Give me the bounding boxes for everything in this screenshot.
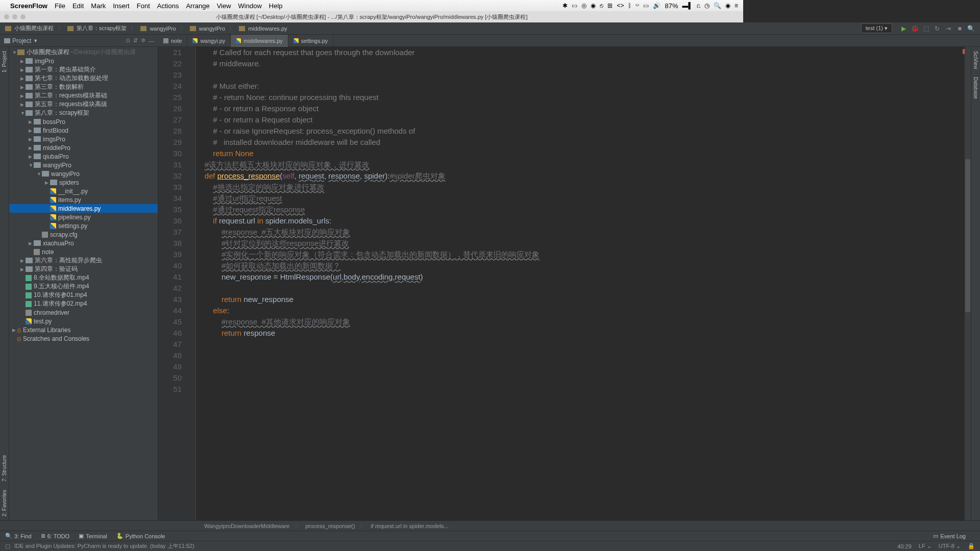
code-icon[interactable]: <> [617,2,624,9]
tree-item[interactable]: ▶firstBlood [9,126,158,135]
code-line[interactable]: #response #其他请求对应的响应对象 [196,316,743,328]
breadcrumb-item[interactable]: wangyiPro [199,26,225,32]
locate-icon[interactable]: ⊙ [126,37,130,44]
hide-icon[interactable]: — [149,38,154,44]
status-icon[interactable]: ◎ [581,2,586,9]
breadcrumb[interactable]: 小猿圈爬虫课程〉第八章：scrapy框架〉wangyiPro〉wangyiPro… [5,24,287,32]
expand-arrow-icon[interactable]: ▶ [20,85,26,90]
tree-item[interactable]: ▶第四章：验证码 [9,265,158,273]
active-app-name[interactable]: ScreenFlow [10,2,47,10]
code-line[interactable]: return new_response [196,294,743,305]
code-line[interactable]: else: [196,305,743,316]
code-body[interactable]: # Called for each request that goes thro… [196,47,743,416]
editor-tab[interactable]: note [158,35,187,47]
tree-item[interactable]: ▶第六章：高性能异步爬虫 [9,256,158,265]
code-line[interactable]: # Called for each request that goes thro… [196,47,743,58]
expand-arrow-icon[interactable]: ▶ [29,145,34,151]
traffic-lights[interactable] [4,14,26,19]
status-icon[interactable]: ✱ [562,2,568,9]
code-line[interactable]: return response [196,328,743,339]
code-line[interactable]: #该方法拦截五大板块对应的响应对象，进行篡改 [196,159,743,170]
tree-item[interactable]: 9.五大核心组件.mp4 [9,282,158,291]
sidebar-tab-project[interactable]: 1: Project [2,47,7,77]
code-line[interactable]: #挑选出指定的响应对象进行篡改 [196,182,743,193]
tree-item[interactable]: ▶第三章：数据解析 [9,83,158,91]
tree-item[interactable]: items.py [9,195,158,204]
code-line[interactable]: #实例化一个新的响应对象（符合需求：包含动态加载出的新闻数据），替代原来旧的响应… [196,249,743,260]
volume-icon[interactable]: 🔊 [653,2,660,9]
tree-item[interactable]: ▶xiaohuaPro [9,239,158,247]
tree-item[interactable]: 8.全站数据爬取.mp4 [9,273,158,282]
code-line[interactable]: #针对定位到的这些response进行篡改 [196,238,743,249]
code-line[interactable]: # - or return a Response object [196,103,743,114]
gear-icon[interactable]: ✲ [141,37,145,44]
editor-tab[interactable]: wangyi.py [187,35,231,47]
breadcrumb-item[interactable]: 小猿圈爬虫课程 [14,24,54,32]
wifi-icon[interactable]: ⌔ [635,2,639,9]
tree-item[interactable]: middlewares.py [9,204,158,213]
expand-arrow-icon[interactable]: ▶ [20,76,26,81]
tree-item[interactable]: test.py [9,317,158,325]
expand-arrow-icon[interactable]: ▶ [20,93,26,98]
expand-arrow-icon[interactable]: ▶ [20,267,26,272]
tree-item[interactable]: ▼wangyiPro [9,169,158,178]
code-line[interactable]: # installed downloader middleware will b… [196,137,743,148]
tree-item[interactable]: pipelines.py [9,213,158,221]
tree-item[interactable]: ▶qiubaiPro [9,152,158,161]
code-editor[interactable]: 2122232425262728293031323334353637383940… [158,47,743,416]
expand-arrow-icon[interactable]: ▶ [20,67,26,72]
status-icon[interactable]: ◉ [591,2,596,9]
battery-percent[interactable]: 87% [665,2,678,10]
expand-arrow-icon[interactable]: ▶ [29,137,34,142]
expand-arrow-icon[interactable]: ▶ [29,154,34,159]
tree-item[interactable]: ▶imgPro [9,57,158,65]
status-icon[interactable]: ⎌ [697,2,700,9]
tree-item[interactable]: ▶第二章：requests模块基础 [9,91,158,100]
code-line[interactable]: #response #五大板块对应的响应对象 [196,227,743,238]
tree-item[interactable]: ▶bossPro [9,117,158,126]
code-line[interactable] [196,372,743,384]
code-line[interactable]: new_response = HtmlResponse(url,body,enc… [196,271,743,283]
expand-arrow-icon[interactable]: ▶ [20,102,26,107]
menu-edit[interactable]: Edit [72,2,84,10]
tree-item[interactable]: ▶middlePro [9,143,158,152]
tree-item[interactable]: ▶第七章：动态加载数据处理 [9,74,158,83]
menu-mark[interactable]: Mark [91,2,106,10]
code-line[interactable]: #如何获取动态加载出的新闻数据？ [196,260,743,271]
project-tree[interactable]: ▼小猿圈爬虫课程 ~/Desktop/小猿圈爬虫课▶imgPro▶第一章：爬虫基… [9,47,158,416]
editor-tab[interactable]: middlewares.py [231,35,288,47]
menu-arrange[interactable]: Arrange [186,2,209,10]
status-icon[interactable]: ⊞ [607,2,612,9]
breadcrumb-item[interactable]: middlewares.py [248,26,287,32]
menu-help[interactable]: Help [269,2,283,10]
code-line[interactable] [196,339,743,350]
display-icon[interactable]: ▭ [643,2,649,9]
tree-item[interactable]: ▶⎙External Libraries [9,325,158,334]
code-line[interactable]: return None [196,148,743,159]
code-line[interactable] [196,384,743,395]
menu-icon[interactable]: ≡ [734,2,738,9]
tree-item[interactable]: ▼第八章：scrapy框架 [9,109,158,117]
expand-arrow-icon[interactable]: ▶ [20,258,26,263]
bluetooth-icon[interactable]: ᛒ [628,2,631,9]
code-line[interactable] [196,350,743,361]
status-icon[interactable]: ◷ [704,2,709,9]
code-line[interactable]: #通过url指定request [196,193,743,204]
code-line[interactable]: # middleware. [196,58,743,69]
code-line[interactable] [196,69,743,81]
siri-icon[interactable]: ◉ [725,2,730,9]
breadcrumb-item[interactable]: wangyiPro [150,26,176,32]
battery-icon[interactable]: ▬▌ [682,2,693,9]
expand-arrow-icon[interactable]: ▶ [29,119,34,124]
menu-file[interactable]: File [55,2,65,10]
tree-item[interactable]: ▶spiders [9,178,158,187]
expand-arrow-icon[interactable]: ▶ [20,59,26,64]
tree-item[interactable]: 10.请求传参01.mp4 [9,291,158,299]
expand-arrow-icon[interactable]: ▼ [29,163,34,168]
collapse-icon[interactable]: ⇵ [133,37,138,44]
expand-arrow-icon[interactable]: ▼ [12,50,17,55]
tree-item[interactable]: chromedriver [9,308,158,317]
code-line[interactable]: # - or raise IgnoreRequest: process_exce… [196,126,743,137]
status-icon[interactable]: ⎋ [600,2,603,9]
menu-window[interactable]: Window [238,2,262,10]
